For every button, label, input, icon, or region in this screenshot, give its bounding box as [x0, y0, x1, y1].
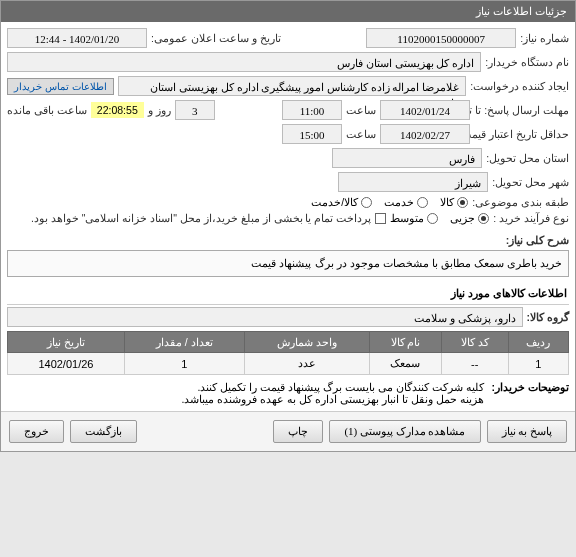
announce-dt-label: تاریخ و ساعت اعلان عمومی:: [151, 32, 281, 44]
price-valid-date-field: 1402/02/27: [380, 124, 470, 144]
details-panel: جزئیات اطلاعات نیاز شماره نیاز: 11020001…: [0, 0, 576, 452]
desc-text: خرید باطری سمعک مطابق با مشخصات موجود در…: [251, 257, 562, 269]
requester-field: غلامرضا امراله زاده کارشناس امور پیشگیری…: [118, 76, 467, 96]
group-label: گروه کالا:: [527, 311, 569, 323]
button-bar: پاسخ به نیاز مشاهده مدارک پیوستی (1) چاپ…: [1, 411, 575, 451]
table-header-row: ردیف کد کالا نام کالا واحد شمارش تعداد /…: [8, 332, 569, 353]
price-valid-label: حداقل تاریخ اعتبار قیمت: تا تاریخ:: [474, 128, 569, 140]
radio-dot-icon: [427, 213, 438, 224]
radio-both[interactable]: کالا/خدمت: [311, 196, 372, 208]
radio-goods-label: کالا: [440, 196, 454, 208]
city-field: شیراز: [338, 172, 488, 192]
buyer-field: اداره کل بهزیستی استان فارس: [7, 52, 481, 72]
remaining-caption: ساعت باقی مانده: [7, 104, 87, 116]
province-field: فارس: [332, 148, 482, 168]
exit-button[interactable]: خروج: [9, 420, 64, 443]
th-code: کد کالا: [441, 332, 508, 353]
desc-box: خرید باطری سمعک مطابق با مشخصات موجود در…: [7, 250, 569, 277]
td-qty: 1: [124, 353, 244, 375]
buyer-notes: توضیحات خریدار: کلیه شرکت کنندگان می بای…: [7, 381, 569, 405]
td-name: سمعک: [370, 353, 441, 375]
radio-service-label: خدمت: [384, 196, 414, 208]
table-row[interactable]: 1 -- سمعک عدد 1 1402/01/26: [8, 353, 569, 375]
contact-buyer-button[interactable]: اطلاعات تماس خریدار: [7, 78, 114, 95]
deadline-date-field: 1402/01/24: [380, 100, 470, 120]
purchase-type-group: جزیی متوسط: [390, 212, 489, 224]
td-date: 1402/01/26: [8, 353, 125, 375]
th-qty: تعداد / مقدار: [124, 332, 244, 353]
need-no-field: 1102000150000007: [366, 28, 516, 48]
panel-title: جزئیات اطلاعات نیاز: [476, 5, 567, 17]
radio-dot-icon: [457, 197, 468, 208]
day-and-label: روز و: [148, 104, 171, 116]
deadline-label: مهلت ارسال پاسخ: تا تاریخ:: [474, 104, 569, 116]
group-field: دارو، پزشکی و سلامت: [7, 307, 523, 327]
purchase-type-label: نوع فرآیند خرید :: [493, 212, 569, 224]
buyer-notes-text: کلیه شرکت کنندگان می بایست برگ پیشنهاد ق…: [182, 381, 484, 405]
td-unit: عدد: [244, 353, 370, 375]
buyer-notes-line2: هزینه حمل ونقل تا انبار بهزیستی اداره کل…: [182, 393, 484, 405]
radio-dot-icon: [361, 197, 372, 208]
th-row: ردیف: [508, 332, 568, 353]
subject-cat-label: طبقه بندی موضوعی:: [472, 196, 569, 208]
desc-label: شرح کلی نیاز:: [506, 234, 569, 246]
time-label-2: ساعت: [346, 128, 376, 140]
radio-service[interactable]: خدمت: [384, 196, 428, 208]
remaining-time-field: 22:08:55: [91, 102, 144, 118]
attachments-button[interactable]: مشاهده مدارک پیوستی (1): [329, 420, 480, 443]
td-code: --: [441, 353, 508, 375]
announce-dt-field: 1402/01/20 - 12:44: [7, 28, 147, 48]
radio-dot-icon: [417, 197, 428, 208]
province-label: استان محل تحویل:: [486, 152, 569, 164]
items-table: ردیف کد کالا نام کالا واحد شمارش تعداد /…: [7, 331, 569, 375]
buyer-label: نام دستگاه خریدار:: [485, 56, 569, 68]
radio-both-label: کالا/خدمت: [311, 196, 358, 208]
back-button[interactable]: بازگشت: [70, 420, 137, 443]
th-date: تاریخ نیاز: [8, 332, 125, 353]
remaining-days-field: 3: [175, 100, 215, 120]
time-label-1: ساعت: [346, 104, 376, 116]
panel-header: جزئیات اطلاعات نیاز: [1, 1, 575, 22]
separator: [7, 304, 569, 305]
treasury-checkbox[interactable]: [375, 213, 386, 224]
radio-partial-label: جزیی: [450, 212, 475, 224]
price-valid-time-field: 15:00: [282, 124, 342, 144]
need-no-label: شماره نیاز:: [520, 32, 569, 44]
subject-cat-group: کالا خدمت کالا/خدمت: [311, 196, 468, 208]
radio-dot-icon: [478, 213, 489, 224]
radio-partial[interactable]: جزیی: [450, 212, 489, 224]
radio-medium[interactable]: متوسط: [390, 212, 438, 224]
print-button[interactable]: چاپ: [273, 420, 323, 443]
radio-goods[interactable]: کالا: [440, 196, 468, 208]
form-area: شماره نیاز: 1102000150000007 تاریخ و ساع…: [1, 22, 575, 234]
buyer-notes-label: توضیحات خریدار:: [492, 381, 569, 405]
requester-label: ایجاد کننده درخواست:: [470, 80, 569, 92]
radio-medium-label: متوسط: [390, 212, 424, 224]
th-unit: واحد شمارش: [244, 332, 370, 353]
city-label: شهر محل تحویل:: [492, 176, 569, 188]
th-name: نام کالا: [370, 332, 441, 353]
items-title: اطلاعات کالاهای مورد نیاز: [1, 281, 575, 302]
reply-button[interactable]: پاسخ به نیاز: [487, 420, 568, 443]
buyer-notes-line1: کلیه شرکت کنندگان می بایست برگ پیشنهاد ق…: [182, 381, 484, 393]
deadline-time-field: 11:00: [282, 100, 342, 120]
payment-note: پرداخت تمام یا بخشی از مبلغ خرید،از محل …: [31, 212, 371, 224]
td-row: 1: [508, 353, 568, 375]
